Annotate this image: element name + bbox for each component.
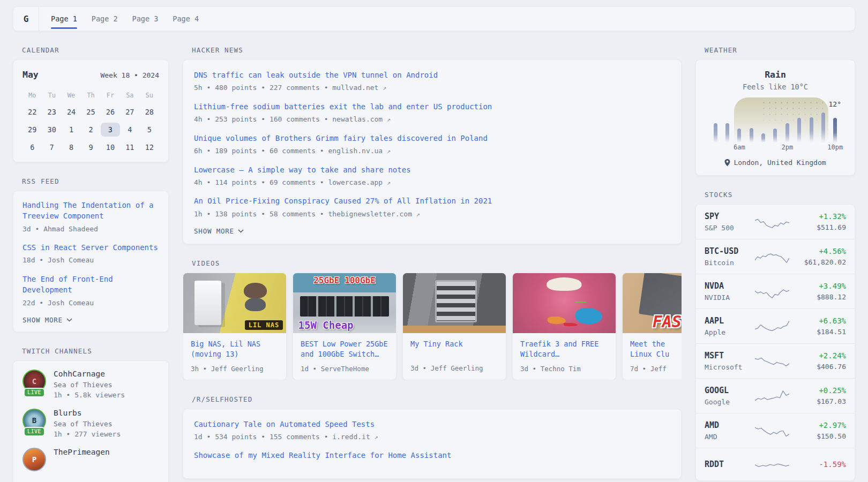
twitch-viewers-label: 1h • 277 viewers (54, 430, 121, 438)
video-title-line: Big NAS, Lil NAS (191, 339, 279, 349)
item-meta-text: 1d • 534 points • 155 comments • i.redd.… (194, 433, 370, 441)
stock-symbol-link[interactable]: BTC-USD (705, 246, 752, 256)
hn-list: DNS traffic can leak outside the VPN tun… (194, 70, 670, 219)
twitch-viewers-label: 1h • 5.8k viewers (54, 391, 125, 399)
video-title-link[interactable]: My Tiny Rack (410, 339, 498, 359)
calendar-day[interactable]: 29 (23, 123, 42, 137)
stock-symbol-link[interactable]: NVDA (705, 281, 752, 291)
hn-item-link[interactable]: DNS traffic can leak outside the VPN tun… (194, 70, 670, 80)
rss-item-link[interactable]: Handling The Indentation of a Treeview C… (23, 200, 159, 222)
calendar-day[interactable]: 7 (42, 140, 61, 154)
calendar-day[interactable]: 5 (140, 123, 159, 137)
hn-item-link[interactable]: An Oil Price-Fixing Conspiracy Caused 27… (194, 195, 670, 206)
video-thumbnail[interactable]: 25GbE 100GbE15W Cheap (293, 273, 396, 333)
app-logo[interactable]: G (13, 7, 39, 31)
rss-item-link[interactable]: The End of Front-End Development (23, 274, 159, 296)
video-title-link[interactable]: Meet theLinux Clu (630, 339, 682, 359)
calendar-day[interactable]: 11 (120, 140, 139, 154)
video-title-link[interactable]: Traefik 3 and FREEWildcard… (520, 339, 608, 359)
stock-price-label: $167.03 (792, 397, 846, 405)
twitch-channel-info: ThePrimeagen (54, 448, 110, 456)
calendar-day[interactable]: 26 (101, 105, 120, 119)
stock-symbol-link[interactable]: GOOGL (705, 386, 752, 395)
stock-symbol-link[interactable]: RDDT (705, 460, 752, 469)
video-card-body: BEST Low Power 25GbEand 100GbE Switch…1d… (293, 333, 396, 379)
external-link-icon: ↗ (387, 116, 391, 123)
calendar-day[interactable]: 23 (42, 105, 61, 119)
calendar-day[interactable]: 9 (81, 140, 100, 154)
rss-item-link[interactable]: CSS in React Server Components (23, 242, 159, 253)
twitch-channel-row[interactable]: PThePrimeagen (23, 448, 159, 471)
rss-feed-widget: Handling The Indentation of a Treeview C… (13, 191, 169, 332)
calendar-day-header: Mo (23, 89, 42, 101)
tab-bar: Page 1Page 2Page 3Page 4 (39, 7, 211, 31)
calendar-day[interactable]: 27 (120, 105, 139, 119)
thumbnail-text: 25GbE 100GbE (313, 275, 376, 285)
video-thumbnail[interactable] (403, 273, 506, 333)
calendar-day[interactable]: 6 (23, 140, 42, 154)
twitch-channel-row[interactable]: CLIVECohhCarnageSea of Thieves1h • 5.8k … (23, 370, 159, 399)
calendar-day[interactable]: 25 (81, 105, 100, 119)
live-badge: LIVE (25, 428, 44, 435)
video-thumbnail[interactable] (513, 273, 616, 333)
hn-show-more-button[interactable]: SHOW MORE (194, 227, 670, 235)
weather-chart: 12° 6am2pm10pm (709, 97, 841, 152)
video-thumbnail[interactable]: LIL NAS (183, 273, 286, 333)
calendar-month-label: May (23, 70, 39, 80)
table-row: AAPLApple+6.63%$184.51 (696, 308, 855, 343)
video-title-link[interactable]: BEST Low Power 25GbEand 100GbE Switch… (301, 339, 388, 359)
rss-show-more-button[interactable]: SHOW MORE (23, 316, 159, 324)
stock-symbol-link[interactable]: AAPL (705, 316, 752, 326)
tab-page-2[interactable]: Page 2 (92, 7, 118, 31)
stock-symbol-link[interactable]: MSFT (705, 351, 752, 360)
stock-name-label: NVIDIA (705, 293, 752, 302)
twitch-channel-link[interactable]: ThePrimeagen (54, 448, 110, 456)
stock-change-label: +6.63% (792, 317, 846, 325)
tab-page-1[interactable]: Page 1 (51, 7, 77, 31)
calendar-day[interactable]: 24 (62, 105, 81, 119)
hn-item-link[interactable]: Unique volumes of Brothers Grimm fairy t… (194, 133, 670, 144)
reddit-item-link[interactable]: Showcase of my Mixed Reality Interface f… (194, 450, 670, 461)
table-row: BTC-USDBitcoin+4.56%$61,820.02 (696, 239, 855, 274)
stock-symbol-link[interactable]: AMD (705, 420, 752, 430)
twitch-game-label: Sea of Thieves (54, 381, 125, 389)
weather-time-label: 10pm (827, 144, 843, 151)
stock-value-cell: +2.97%$150.50 (792, 421, 846, 440)
calendar-day[interactable]: 1 (62, 123, 81, 137)
calendar-day[interactable]: 8 (62, 140, 81, 154)
twitch-channels-widget: CLIVECohhCarnageSea of Thieves1h • 5.8k … (13, 360, 169, 482)
sparkline-chart (755, 455, 789, 473)
stock-symbol-link[interactable]: SPY (705, 212, 752, 221)
calendar-day-selected[interactable]: 3 (101, 123, 120, 137)
hn-item-link[interactable]: Lithium-free sodium batteries exit the l… (194, 101, 670, 112)
hn-item-meta: 5h • 480 points • 227 comments • mullvad… (194, 83, 670, 93)
reddit-item-link[interactable]: Cautionary Tale on Automated Speed Tests (194, 419, 670, 430)
tab-page-3[interactable]: Page 3 (132, 7, 159, 31)
avatar-image: P (23, 448, 46, 471)
thumbnail-overlay (513, 273, 616, 333)
video-card-body: Meet theLinux Clu7d • Jeff (623, 333, 682, 379)
table-row: AMDAMD+2.97%$150.50 (696, 413, 855, 448)
stock-change-label: +4.56% (792, 247, 846, 255)
stock-price-label: $184.51 (792, 328, 846, 336)
tab-page-4[interactable]: Page 4 (173, 7, 199, 31)
video-thumbnail[interactable]: FAS (623, 273, 682, 333)
stock-change-label: +2.97% (792, 421, 846, 430)
calendar-day[interactable]: 28 (140, 105, 159, 119)
twitch-channel-row[interactable]: BLIVEBlurbsSea of Thieves1h • 277 viewer… (23, 409, 159, 438)
calendar-day[interactable]: 22 (23, 105, 42, 119)
item-meta-text: 3d • Ahmad Shadeed (23, 225, 98, 233)
show-more-label: SHOW MORE (194, 227, 234, 235)
calendar-day[interactable]: 30 (42, 123, 61, 137)
hn-item-meta: 6h • 189 points • 60 comments • english.… (194, 146, 670, 156)
twitch-channel-link[interactable]: CohhCarnage (54, 370, 125, 378)
reddit-list: Cautionary Tale on Automated Speed Tests… (194, 419, 670, 461)
calendar-day[interactable]: 12 (140, 140, 159, 154)
video-meta: 7d • Jeff (630, 365, 682, 373)
video-title-link[interactable]: Big NAS, Lil NAS(moving 13) (191, 339, 279, 359)
calendar-day[interactable]: 4 (120, 123, 139, 137)
hn-item-link[interactable]: Lowercase – A simple way to take and sha… (194, 164, 670, 175)
twitch-channel-link[interactable]: Blurbs (54, 409, 121, 417)
calendar-day[interactable]: 10 (101, 140, 120, 154)
calendar-day[interactable]: 2 (81, 123, 100, 137)
